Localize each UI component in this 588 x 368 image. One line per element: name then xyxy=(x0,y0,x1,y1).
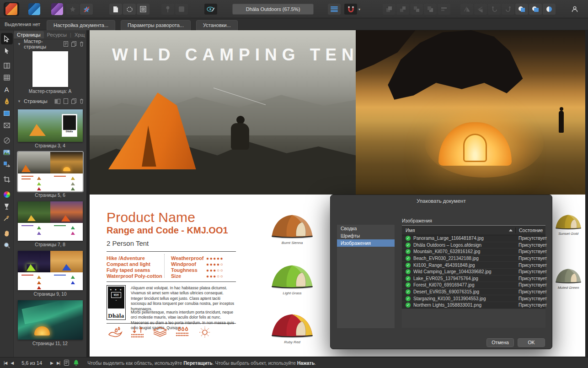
previous-page-button[interactable]: ◀ xyxy=(11,361,13,365)
page-thumbnail-3-4[interactable]: Dhäla xyxy=(18,109,83,142)
duplicate-master-icon[interactable] xyxy=(71,41,76,47)
preferences-button[interactable]: Установки... xyxy=(196,20,238,30)
table-row[interactable]: ✓Stargazing_Kil100_1013904553.jpgПрисутс… xyxy=(402,295,545,302)
zoom-tool[interactable] xyxy=(1,239,13,251)
table-row[interactable]: ✓Northern Lights_1058833001.pngПрисутств… xyxy=(402,302,545,309)
frame-text-tool[interactable] xyxy=(1,60,13,71)
move-to-front-icon[interactable] xyxy=(383,4,396,15)
collapse-icon[interactable]: ▼ xyxy=(17,99,21,103)
apply-master-icon[interactable] xyxy=(54,99,60,104)
snapping-dropdown-icon[interactable]: ▾ xyxy=(358,7,360,11)
delete-master-icon[interactable] xyxy=(80,41,84,47)
delete-page-icon[interactable] xyxy=(80,98,84,104)
move-forward-icon[interactable] xyxy=(396,4,409,15)
tent-figure-sunset-gold[interactable]: Sunset Gold xyxy=(553,213,583,236)
nav-item-images[interactable]: Изображения xyxy=(337,239,395,247)
snapping-magnet-icon[interactable] xyxy=(344,4,357,15)
tent-figure-ruby-red[interactable]: Ruby Red xyxy=(267,311,317,344)
pages-header[interactable]: ▼ Страницы xyxy=(14,97,86,106)
boolean-subtract-icon[interactable] xyxy=(529,4,542,15)
master-pages-header[interactable]: ▼ Мастер-страницы xyxy=(14,39,86,49)
move-tool[interactable] xyxy=(1,33,13,44)
table-row[interactable]: ✓Lake_EVR025_1379475764.jpgПрисутствует xyxy=(402,276,545,282)
flip-vertical-icon[interactable] xyxy=(474,4,487,15)
crop-tool[interactable] xyxy=(1,173,13,185)
master-page-thumbnail[interactable] xyxy=(32,51,68,87)
tent-figure-burnt-sienna[interactable]: Burnt Sienna xyxy=(267,212,317,245)
artistic-text-tool[interactable]: A xyxy=(1,84,13,95)
page-thumbnail-9-10[interactable] xyxy=(18,251,83,290)
page-thumbnail-11-12[interactable] xyxy=(18,300,83,340)
cancel-button[interactable]: Отмена xyxy=(486,338,514,347)
place-image-tool[interactable] xyxy=(1,146,13,158)
next-page-button[interactable]: ▶ xyxy=(50,361,53,365)
tab-pages[interactable]: Страницы xyxy=(14,31,44,38)
duplicate-page-icon[interactable] xyxy=(71,98,76,104)
transparency-tool[interactable] xyxy=(1,200,13,212)
table-row[interactable]: ✓Kil100_Range_454391848.jpgПрисутствует xyxy=(402,262,545,269)
nav-item-summary[interactable]: Сводка xyxy=(337,225,395,232)
move-backward-icon[interactable] xyxy=(410,4,423,15)
table-row[interactable]: ✓Mountain_Kil070_632816162.jpgПрисутству… xyxy=(402,249,545,255)
nav-item-fonts[interactable]: Шрифты xyxy=(337,232,395,239)
color-picker-tool[interactable] xyxy=(1,212,13,224)
flip-horizontal-icon[interactable] xyxy=(460,4,473,15)
no-style-icon[interactable] xyxy=(80,4,93,15)
picture-frame-tool[interactable] xyxy=(1,119,13,131)
spread-properties-button[interactable]: Параметры разворота... xyxy=(121,20,191,30)
node-tool[interactable] xyxy=(1,45,13,56)
alignment-icon[interactable] xyxy=(438,4,450,15)
table-row[interactable]: ✓Panorama_Large_1166481874.jpgПрисутству… xyxy=(402,235,545,242)
designer-app-icon[interactable] xyxy=(27,2,42,16)
page-indicator[interactable]: 5,6 из 14 xyxy=(21,360,42,366)
pan-hand-tool[interactable] xyxy=(1,227,13,239)
rotate-cw-icon[interactable] xyxy=(502,4,514,15)
table-row[interactable]: ✓Forest_Kil070_699169477.jpgПрисутствует xyxy=(402,282,545,289)
add-master-icon[interactable] xyxy=(64,41,68,47)
table-tool[interactable] xyxy=(1,72,13,83)
publisher-app-icon[interactable] xyxy=(4,2,19,16)
page-thumbnail-5-6[interactable] xyxy=(18,152,83,191)
column-header-name[interactable]: Имя xyxy=(402,227,515,233)
pin-icon[interactable] xyxy=(161,4,174,15)
shape-tool[interactable] xyxy=(1,108,13,119)
page-5-white[interactable]: Product Name Range and Code - KMJ.OO1 2 … xyxy=(90,195,356,357)
collapse-icon[interactable]: ▼ xyxy=(17,42,21,46)
unpin-icon[interactable] xyxy=(175,4,188,15)
add-page-icon[interactable] xyxy=(109,4,122,15)
last-page-button[interactable]: ▶| xyxy=(57,361,60,365)
boolean-add-icon[interactable] xyxy=(515,4,528,15)
column-header-status[interactable]: Состояние xyxy=(515,227,545,233)
boolean-divide-icon[interactable] xyxy=(543,4,556,15)
marked-box-icon[interactable] xyxy=(137,4,150,15)
add-page-icon[interactable] xyxy=(64,98,68,104)
preflight-status-icon[interactable] xyxy=(74,360,79,366)
document-setup-button[interactable]: Настройка документа... xyxy=(47,20,115,30)
tab-resources[interactable]: Ресурсы xyxy=(44,31,70,38)
account-icon[interactable] xyxy=(568,4,581,15)
table-row[interactable]: ✓Desert_EVR035_690076315.jpgПрисутствует xyxy=(402,289,545,296)
ok-button[interactable]: OK xyxy=(518,338,545,347)
table-row[interactable]: ✓Dhäla Outdoors – Logos.afdesignПрисутст… xyxy=(402,242,545,249)
document-title-tab[interactable]: Dhäla Outdoors (67.5%) xyxy=(232,4,314,15)
asset-place-tool[interactable] xyxy=(1,158,13,170)
ellipse-frame-tool[interactable] xyxy=(1,135,13,146)
rotate-ccw-icon[interactable] xyxy=(488,4,501,15)
tent-figure-light-grass[interactable]: Light Grass xyxy=(267,262,317,295)
baseline-grid-icon[interactable] xyxy=(328,4,341,15)
pen-tool[interactable] xyxy=(1,96,13,107)
tent-figure-muted-green[interactable]: Muted Green xyxy=(553,267,583,290)
first-page-button[interactable]: |◀ xyxy=(4,361,7,365)
table-row[interactable]: ✓Wild Camping_Large_1044339682.jpgПрисут… xyxy=(402,269,545,276)
table-row[interactable]: ✓Beach_EVR030_221342188.jpgПрисутствует xyxy=(402,255,545,262)
page-thumbnail-7-8[interactable] xyxy=(18,201,83,241)
photo-app-icon[interactable] xyxy=(49,2,65,16)
preview-mode-icon[interactable] xyxy=(204,4,217,15)
fill-gradient-tool[interactable] xyxy=(1,189,13,200)
edit-shape-icon[interactable] xyxy=(66,4,79,15)
page-list-icon[interactable] xyxy=(64,360,69,366)
rotate-spread-icon[interactable] xyxy=(123,4,136,15)
tab-third[interactable]: Хрщ xyxy=(71,31,87,38)
spread-photo-right[interactable] xyxy=(356,30,585,195)
spread-photo-left[interactable]: WILD CAMPING TENTS xyxy=(90,30,356,195)
